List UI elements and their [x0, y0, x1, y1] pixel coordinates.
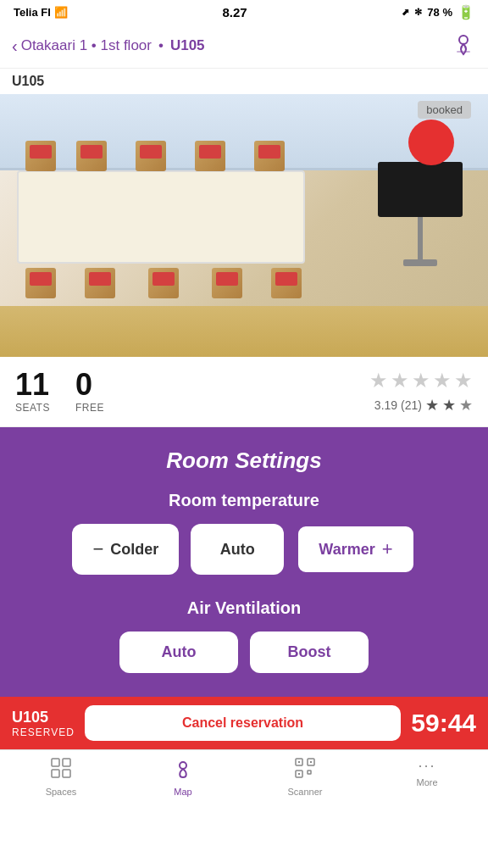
reservation-room-id: U105	[12, 709, 75, 726]
tab-spaces[interactable]: Spaces	[0, 757, 122, 797]
chair	[254, 141, 285, 171]
star-5: ★	[454, 369, 473, 392]
map-tab-label: Map	[174, 787, 191, 797]
reservation-bar: U105 RESERVED Cancel reservation 59:44	[0, 697, 488, 749]
tv-base	[403, 259, 437, 266]
table	[17, 170, 305, 264]
battery-label: 78 %	[427, 6, 452, 19]
time-label: 8.27	[222, 5, 247, 19]
bluetooth-icon: ✻	[414, 7, 422, 18]
star-2: ★	[391, 369, 409, 392]
auto-temperature-button[interactable]: Auto	[191, 524, 284, 575]
colder-button[interactable]: − Colder	[72, 524, 179, 575]
rating-score: 3.19	[374, 398, 397, 412]
svg-rect-10	[308, 771, 311, 774]
rating-star-1: ★	[425, 396, 439, 415]
seats-label: SEATS	[15, 402, 50, 414]
tab-map[interactable]: Map	[122, 757, 244, 797]
nav-back[interactable]: ‹ Otakaari 1 • 1st floor • U105	[12, 36, 205, 56]
seats-number: 11	[15, 370, 49, 400]
room-image: booked	[0, 94, 488, 357]
temperature-buttons: − Colder Auto Warmer +	[17, 524, 471, 575]
chair	[25, 141, 56, 171]
nav-room-id: U105	[170, 37, 205, 54]
wifi-icon: 📶	[54, 6, 68, 19]
star-1: ★	[369, 369, 388, 392]
rating-section: ★ ★ ★ ★ ★ 3.19 (21) ★ ★ ★	[369, 369, 473, 415]
more-tab-label: More	[416, 777, 437, 787]
chair	[271, 268, 302, 298]
tab-more[interactable]: ··· More	[366, 757, 488, 797]
floor	[0, 306, 488, 357]
gps-icon: ⬈	[402, 7, 409, 18]
scanner-icon	[294, 757, 316, 784]
chair	[25, 268, 56, 298]
warmer-button[interactable]: Warmer +	[296, 524, 415, 575]
ventilation-buttons: Auto Boost	[17, 632, 471, 673]
minus-icon: −	[92, 538, 103, 560]
svg-rect-4	[52, 770, 59, 777]
temperature-label: Room temperature	[17, 491, 471, 510]
booked-indicator	[408, 120, 454, 165]
rating-detail: 3.19 (21) ★ ★ ★	[374, 396, 473, 415]
stats-row: 11 SEATS 0 FREE ★ ★ ★ ★ ★ 3.19 (21) ★ ★ …	[0, 357, 488, 427]
free-stat: 0 FREE	[75, 370, 104, 414]
more-icon: ···	[418, 757, 435, 775]
stars-row-top: ★ ★ ★ ★ ★	[369, 369, 473, 392]
scanner-tab-label: Scanner	[288, 787, 323, 797]
seats-stat: 11 SEATS	[15, 370, 50, 414]
svg-rect-12	[310, 761, 312, 763]
ventilation-label: Air Ventilation	[17, 598, 471, 618]
status-right: ⬈ ✻ 78 % 🔋	[402, 4, 474, 20]
rating-count: (21)	[401, 398, 422, 412]
star-4: ★	[433, 369, 452, 392]
chair	[76, 141, 107, 171]
chair	[212, 268, 242, 298]
spaces-icon	[50, 757, 72, 784]
battery-icon: 🔋	[458, 4, 474, 20]
vent-boost-button[interactable]: Boost	[250, 632, 369, 673]
status-left: Telia FI 📶	[14, 6, 68, 19]
svg-rect-2	[52, 759, 59, 766]
reservation-timer: 59:44	[411, 709, 476, 737]
nav-bar: ‹ Otakaari 1 • 1st floor • U105	[0, 24, 488, 69]
tab-bar: Spaces Map Scanner ··· More	[0, 749, 488, 800]
tv-screen	[378, 162, 463, 217]
carrier-label: Telia FI	[14, 6, 51, 19]
chair	[195, 141, 225, 171]
svg-rect-11	[298, 761, 300, 763]
rating-star-2: ★	[442, 396, 456, 415]
free-label: FREE	[75, 402, 104, 414]
room-label: U105	[0, 69, 488, 94]
chair	[136, 141, 166, 171]
status-bar: Telia FI 📶 8.27 ⬈ ✻ 78 % 🔋	[0, 0, 488, 24]
star-3: ★	[412, 369, 430, 392]
tv-stand	[378, 162, 463, 272]
nav-location[interactable]: Otakaari 1 • 1st floor	[21, 37, 152, 54]
svg-point-0	[459, 36, 468, 44]
rating-star-3: ★	[459, 396, 473, 415]
reservation-info: U105 RESERVED	[12, 709, 75, 738]
cancel-reservation-button[interactable]: Cancel reservation	[85, 705, 401, 741]
svg-rect-13	[298, 773, 300, 775]
svg-rect-1	[457, 51, 470, 53]
settings-title: Room Settings	[17, 448, 471, 474]
chair	[148, 268, 179, 298]
booked-badge: booked	[418, 101, 471, 119]
free-number: 0	[75, 370, 92, 400]
map-icon	[172, 757, 194, 784]
map-location-icon[interactable]	[451, 31, 476, 61]
plus-icon: +	[382, 538, 393, 560]
tv-pole	[418, 217, 423, 259]
chair	[85, 268, 115, 298]
back-chevron-icon: ‹	[12, 36, 18, 56]
spaces-tab-label: Spaces	[46, 787, 77, 797]
reservation-status: RESERVED	[12, 726, 75, 738]
svg-rect-3	[63, 759, 70, 766]
svg-rect-5	[63, 770, 70, 777]
vent-auto-button[interactable]: Auto	[119, 632, 238, 673]
room-settings-panel: Room Settings Room temperature − Colder …	[0, 427, 488, 697]
tab-scanner[interactable]: Scanner	[244, 757, 366, 797]
